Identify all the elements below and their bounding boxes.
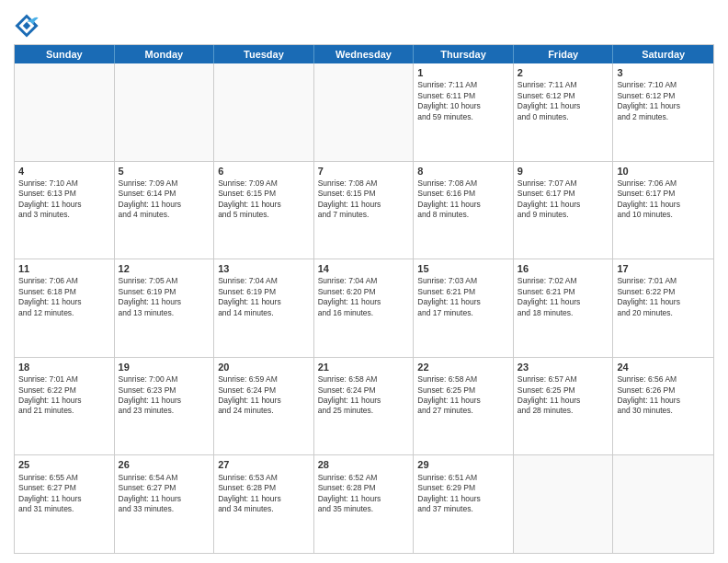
day-number: 5 <box>119 165 210 178</box>
day-cell-9: 9Sunrise: 7:07 AM Sunset: 6:17 PM Daylig… <box>514 162 614 259</box>
day-cell-23: 23Sunrise: 6:57 AM Sunset: 6:25 PM Dayli… <box>514 358 614 455</box>
logo-icon <box>14 13 40 39</box>
day-info: Sunrise: 7:11 AM Sunset: 6:11 PM Dayligh… <box>417 80 509 122</box>
day-cell-empty <box>314 63 415 161</box>
day-number: 29 <box>417 458 509 471</box>
day-info: Sunrise: 6:58 AM Sunset: 6:24 PM Dayligh… <box>318 374 410 417</box>
day-number: 28 <box>318 458 410 471</box>
week-row-2: 4Sunrise: 7:10 AM Sunset: 6:13 PM Daylig… <box>15 162 713 260</box>
day-number: 19 <box>119 361 210 373</box>
day-cell-10: 10Sunrise: 7:06 AM Sunset: 6:17 PM Dayli… <box>613 162 713 259</box>
day-info: Sunrise: 7:05 AM Sunset: 6:19 PM Dayligh… <box>119 276 210 318</box>
day-number: 16 <box>518 262 609 275</box>
day-cell-12: 12Sunrise: 7:05 AM Sunset: 6:19 PM Dayli… <box>115 259 215 357</box>
day-number: 23 <box>518 361 609 373</box>
day-info: Sunrise: 7:06 AM Sunset: 6:17 PM Dayligh… <box>617 178 710 221</box>
logo <box>14 13 41 39</box>
day-cell-4: 4Sunrise: 7:10 AM Sunset: 6:13 PM Daylig… <box>15 162 115 259</box>
day-info: Sunrise: 7:04 AM Sunset: 6:19 PM Dayligh… <box>218 276 310 318</box>
header-day-saturday: Saturday <box>613 45 713 63</box>
day-cell-2: 2Sunrise: 7:11 AM Sunset: 6:12 PM Daylig… <box>514 63 614 161</box>
day-number: 20 <box>218 361 310 373</box>
day-cell-13: 13Sunrise: 7:04 AM Sunset: 6:19 PM Dayli… <box>214 259 314 357</box>
day-cell-25: 25Sunrise: 6:55 AM Sunset: 6:27 PM Dayli… <box>15 455 115 553</box>
day-number: 15 <box>417 262 509 275</box>
day-number: 8 <box>417 165 509 178</box>
day-cell-14: 14Sunrise: 7:04 AM Sunset: 6:20 PM Dayli… <box>314 259 415 357</box>
day-cell-empty <box>613 455 713 553</box>
calendar-body: 1Sunrise: 7:11 AM Sunset: 6:11 PM Daylig… <box>15 63 713 553</box>
day-info: Sunrise: 7:06 AM Sunset: 6:18 PM Dayligh… <box>18 276 110 318</box>
day-info: Sunrise: 6:55 AM Sunset: 6:27 PM Dayligh… <box>18 473 110 515</box>
day-cell-22: 22Sunrise: 6:58 AM Sunset: 6:25 PM Dayli… <box>414 358 514 455</box>
day-cell-8: 8Sunrise: 7:08 AM Sunset: 6:16 PM Daylig… <box>414 162 514 259</box>
day-number: 7 <box>318 165 410 178</box>
day-number: 13 <box>218 262 310 275</box>
day-number: 14 <box>318 262 410 275</box>
day-cell-29: 29Sunrise: 6:51 AM Sunset: 6:29 PM Dayli… <box>414 455 514 553</box>
day-info: Sunrise: 7:02 AM Sunset: 6:21 PM Dayligh… <box>518 276 609 318</box>
day-number: 2 <box>518 66 609 79</box>
day-cell-11: 11Sunrise: 7:06 AM Sunset: 6:18 PM Dayli… <box>15 259 115 357</box>
day-cell-3: 3Sunrise: 7:10 AM Sunset: 6:12 PM Daylig… <box>613 63 713 161</box>
header-day-tuesday: Tuesday <box>214 45 314 63</box>
day-cell-21: 21Sunrise: 6:58 AM Sunset: 6:24 PM Dayli… <box>314 358 415 455</box>
day-cell-27: 27Sunrise: 6:53 AM Sunset: 6:28 PM Dayli… <box>214 455 314 553</box>
calendar-header: SundayMondayTuesdayWednesdayThursdayFrid… <box>15 45 713 63</box>
header-day-wednesday: Wednesday <box>314 45 415 63</box>
day-cell-6: 6Sunrise: 7:09 AM Sunset: 6:15 PM Daylig… <box>214 162 314 259</box>
day-info: Sunrise: 6:54 AM Sunset: 6:27 PM Dayligh… <box>119 473 210 515</box>
day-info: Sunrise: 7:08 AM Sunset: 6:15 PM Dayligh… <box>318 178 410 221</box>
day-cell-empty <box>214 63 314 161</box>
day-info: Sunrise: 7:07 AM Sunset: 6:17 PM Dayligh… <box>518 178 609 221</box>
day-number: 18 <box>18 361 110 373</box>
day-cell-20: 20Sunrise: 6:59 AM Sunset: 6:24 PM Dayli… <box>214 358 314 455</box>
day-cell-7: 7Sunrise: 7:08 AM Sunset: 6:15 PM Daylig… <box>314 162 415 259</box>
day-cell-19: 19Sunrise: 7:00 AM Sunset: 6:23 PM Dayli… <box>115 358 215 455</box>
header-day-monday: Monday <box>115 45 215 63</box>
day-number: 6 <box>218 165 310 178</box>
day-info: Sunrise: 7:08 AM Sunset: 6:16 PM Dayligh… <box>417 178 509 221</box>
day-cell-16: 16Sunrise: 7:02 AM Sunset: 6:21 PM Dayli… <box>514 259 614 357</box>
day-info: Sunrise: 6:51 AM Sunset: 6:29 PM Dayligh… <box>417 473 509 515</box>
header-day-sunday: Sunday <box>15 45 115 63</box>
day-cell-26: 26Sunrise: 6:54 AM Sunset: 6:27 PM Dayli… <box>115 455 215 553</box>
day-number: 3 <box>617 66 710 79</box>
day-info: Sunrise: 6:56 AM Sunset: 6:26 PM Dayligh… <box>617 374 710 417</box>
day-number: 24 <box>617 361 710 373</box>
header-day-thursday: Thursday <box>414 45 514 63</box>
day-cell-5: 5Sunrise: 7:09 AM Sunset: 6:14 PM Daylig… <box>115 162 215 259</box>
day-info: Sunrise: 6:52 AM Sunset: 6:28 PM Dayligh… <box>318 473 410 515</box>
day-info: Sunrise: 6:53 AM Sunset: 6:28 PM Dayligh… <box>218 473 310 515</box>
day-number: 4 <box>18 165 110 178</box>
day-cell-empty <box>115 63 215 161</box>
day-number: 22 <box>417 361 509 373</box>
calendar: SundayMondayTuesdayWednesdayThursdayFrid… <box>14 44 714 554</box>
day-number: 9 <box>518 165 609 178</box>
day-info: Sunrise: 7:03 AM Sunset: 6:21 PM Dayligh… <box>417 276 509 318</box>
day-info: Sunrise: 7:04 AM Sunset: 6:20 PM Dayligh… <box>318 276 410 318</box>
day-cell-17: 17Sunrise: 7:01 AM Sunset: 6:22 PM Dayli… <box>613 259 713 357</box>
day-info: Sunrise: 6:57 AM Sunset: 6:25 PM Dayligh… <box>518 374 609 417</box>
day-info: Sunrise: 7:10 AM Sunset: 6:13 PM Dayligh… <box>18 178 110 221</box>
day-number: 25 <box>18 458 110 471</box>
day-info: Sunrise: 7:01 AM Sunset: 6:22 PM Dayligh… <box>617 276 710 318</box>
day-number: 1 <box>417 66 509 79</box>
day-cell-empty <box>514 455 614 553</box>
page: SundayMondayTuesdayWednesdayThursdayFrid… <box>0 0 728 563</box>
day-number: 11 <box>18 262 110 275</box>
day-info: Sunrise: 7:09 AM Sunset: 6:14 PM Dayligh… <box>119 178 210 221</box>
day-info: Sunrise: 7:00 AM Sunset: 6:23 PM Dayligh… <box>119 374 210 417</box>
day-number: 10 <box>617 165 710 178</box>
week-row-3: 11Sunrise: 7:06 AM Sunset: 6:18 PM Dayli… <box>15 259 713 358</box>
header-day-friday: Friday <box>514 45 614 63</box>
day-number: 27 <box>218 458 310 471</box>
day-info: Sunrise: 7:10 AM Sunset: 6:12 PM Dayligh… <box>617 80 710 122</box>
week-row-5: 25Sunrise: 6:55 AM Sunset: 6:27 PM Dayli… <box>15 455 713 553</box>
day-number: 21 <box>318 361 410 373</box>
day-info: Sunrise: 6:59 AM Sunset: 6:24 PM Dayligh… <box>218 374 310 417</box>
day-info: Sunrise: 6:58 AM Sunset: 6:25 PM Dayligh… <box>417 374 509 417</box>
week-row-1: 1Sunrise: 7:11 AM Sunset: 6:11 PM Daylig… <box>15 63 713 162</box>
day-cell-18: 18Sunrise: 7:01 AM Sunset: 6:22 PM Dayli… <box>15 358 115 455</box>
day-number: 12 <box>119 262 210 275</box>
